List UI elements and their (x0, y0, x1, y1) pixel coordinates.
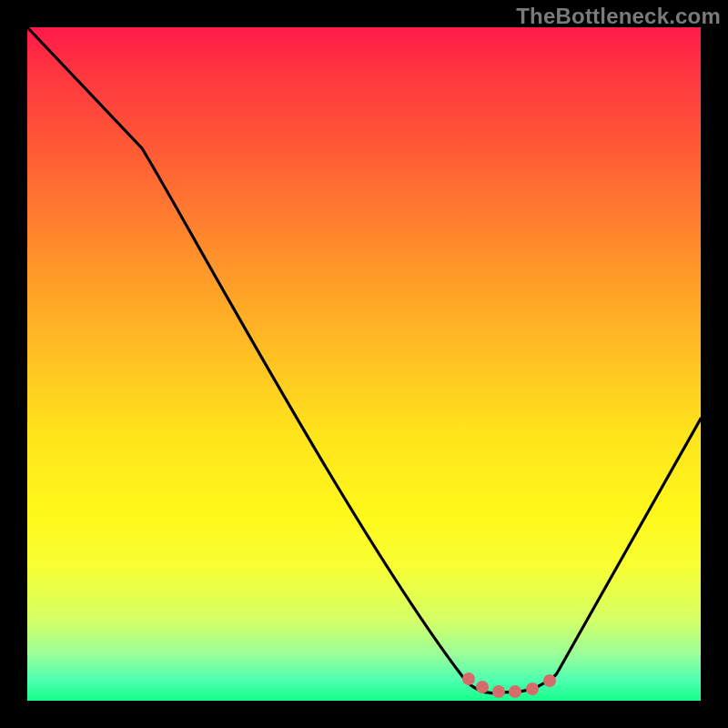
chart-container: TheBottleneck.com (0, 0, 728, 728)
bottleneck-curve (27, 27, 701, 693)
plot-area (27, 27, 701, 701)
marker-dot (543, 674, 556, 687)
chart-svg (27, 27, 701, 701)
marker-dot (492, 685, 505, 698)
marker-dot (462, 672, 475, 685)
marker-dot (476, 681, 489, 693)
marker-dot (509, 685, 521, 698)
marker-dot (526, 682, 539, 695)
watermark-text: TheBottleneck.com (516, 4, 721, 29)
